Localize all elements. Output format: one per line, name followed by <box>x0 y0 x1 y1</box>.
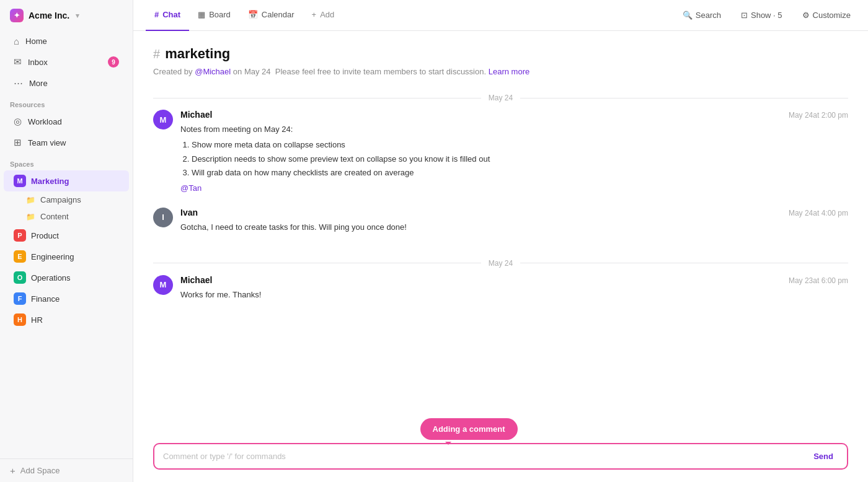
message-header-2: Ivan May 24at 4:00 pm <box>180 208 848 217</box>
space-label: Finance <box>31 294 60 304</box>
gear-icon: ⚙ <box>802 11 810 20</box>
space-label: HR <box>31 315 43 325</box>
message-header-1: Michael May 24at 2:00 pm <box>180 110 848 120</box>
msg-intro: Notes from meeting on May 24: <box>180 125 293 134</box>
sub-label: Content <box>40 212 69 221</box>
message-time-3: May 23at 6:00 pm <box>789 276 848 285</box>
chat-title: # marketing <box>153 46 848 62</box>
show-button[interactable]: ⊡ Show · 5 <box>736 7 787 23</box>
sidebar-item-marketing[interactable]: M Marketing <box>4 170 129 191</box>
sidebar-item-workload[interactable]: ◎ Workload <box>4 111 129 132</box>
sidebar-nav-label: Team view <box>28 138 66 147</box>
sidebar-nav-label: More <box>29 79 48 88</box>
sidebar-item-content[interactable]: 📁 Content <box>4 208 129 225</box>
date-divider-1: May 24 <box>153 94 848 102</box>
channel-hash-icon: # <box>153 47 160 61</box>
add-space-button[interactable]: + Add Space <box>0 458 133 482</box>
search-label: Search <box>696 11 721 20</box>
sidebar-item-product[interactable]: P Product <box>4 225 129 246</box>
tab-add[interactable]: + Add <box>303 0 343 31</box>
board-icon: ▦ <box>198 10 205 19</box>
engineering-avatar: E <box>14 250 26 263</box>
app-logo[interactable]: ✦ Acme Inc. ▾ <box>0 0 133 31</box>
subtitle-text: Please feel free to invite team members … <box>275 67 486 76</box>
composer-box: Send <box>153 443 848 470</box>
list-item: Show more meta data on collapse sections <box>192 139 848 152</box>
mention-tan[interactable]: @Tan <box>180 183 202 193</box>
message-3: M Michael May 23at 6:00 pm Works for me.… <box>153 275 848 302</box>
logo-icon: ✦ <box>10 9 24 22</box>
message-content-3: Michael May 23at 6:00 pm Works for me. T… <box>180 275 848 302</box>
search-icon: 🔍 <box>683 11 693 20</box>
hr-avatar: H <box>14 313 26 326</box>
send-button[interactable]: Send <box>808 450 838 462</box>
message-author-2: Ivan <box>180 208 198 217</box>
sidebar-item-engineering[interactable]: E Engineering <box>4 246 129 267</box>
workload-icon: ◎ <box>14 116 22 127</box>
msg-text-body: Gotcha, I need to create tasks for this.… <box>180 222 407 232</box>
sidebar-item-inbox[interactable]: ✉ Inbox 9 <box>4 51 129 72</box>
tab-calendar[interactable]: 📅 Calendar <box>239 0 303 31</box>
resources-label: Resources <box>0 94 133 111</box>
sidebar: ✦ Acme Inc. ▾ ⌂ Home ✉ Inbox 9 ⋯ More Re… <box>0 0 133 482</box>
message-time-1: May 24at 2:00 pm <box>789 111 848 120</box>
comment-input[interactable] <box>163 452 808 461</box>
plus-icon: + <box>312 10 317 19</box>
message-time-2: May 24at 4:00 pm <box>789 209 848 217</box>
sub-label: Campaigns <box>40 195 81 204</box>
chat-area: # marketing Created by @Michael on May 2… <box>133 31 868 433</box>
customize-button[interactable]: ⚙ Customize <box>797 7 856 23</box>
tab-label: Add <box>320 10 334 19</box>
folder-icon: 📁 <box>26 213 35 221</box>
team-view-icon: ⊞ <box>14 137 22 148</box>
learn-more-link[interactable]: Learn more <box>489 67 529 76</box>
message-content-2: Ivan May 24at 4:00 pm Gotcha, I need to … <box>180 208 848 234</box>
sidebar-item-finance[interactable]: F Finance <box>4 288 129 309</box>
calendar-icon: 📅 <box>248 10 258 19</box>
composer-wrapper: Send Adding a comment <box>133 433 868 482</box>
tab-label: Chat <box>162 10 180 19</box>
message-body-1: Notes from meeting on May 24: Show more … <box>180 123 848 195</box>
sidebar-nav-label: Home <box>25 37 47 46</box>
sidebar-item-campaigns[interactable]: 📁 Campaigns <box>4 191 129 208</box>
home-icon: ⌂ <box>14 36 19 46</box>
channel-name: marketing <box>165 46 230 62</box>
show-icon: ⊡ <box>741 11 748 20</box>
operations-avatar: O <box>14 271 26 284</box>
avatar-michael-1: M <box>153 110 173 129</box>
sidebar-item-hr[interactable]: H HR <box>4 309 129 330</box>
product-avatar: P <box>14 229 26 242</box>
created-date: May 24 <box>244 67 271 76</box>
message-body-3: Works for me. Thanks! <box>180 289 848 302</box>
chat-header: # marketing Created by @Michael on May 2… <box>153 46 848 76</box>
tab-chat[interactable]: # Chat <box>146 0 189 31</box>
space-label: Operations <box>31 273 71 283</box>
search-button[interactable]: 🔍 Search <box>678 7 726 23</box>
main-content: # Chat ▦ Board 📅 Calendar + Add 🔍 Search… <box>133 0 868 482</box>
msg-list: Show more meta data on collapse sections… <box>180 139 848 180</box>
spaces-label: Spaces <box>0 153 133 170</box>
message-2: I Ivan May 24at 4:00 pm Gotcha, I need t… <box>153 208 848 234</box>
list-item: Will grab data on how many checklists ar… <box>192 167 848 180</box>
topbar: # Chat ▦ Board 📅 Calendar + Add 🔍 Search… <box>133 0 868 31</box>
message-author-1: Michael <box>180 110 212 120</box>
creator-link[interactable]: @Michael <box>195 67 231 76</box>
add-space-label: Add Space <box>20 466 60 475</box>
show-label: Show · 5 <box>751 11 782 20</box>
message-header-3: Michael May 23at 6:00 pm <box>180 275 848 285</box>
more-icon: ⋯ <box>14 77 23 89</box>
message-content-1: Michael May 24at 2:00 pm Notes from meet… <box>180 110 848 195</box>
sidebar-item-operations[interactable]: O Operations <box>4 267 129 288</box>
topbar-actions: 🔍 Search ⊡ Show · 5 ⚙ Customize <box>678 7 856 23</box>
tab-board[interactable]: ▦ Board <box>189 0 239 31</box>
app-name: Acme Inc. <box>29 11 69 20</box>
sidebar-item-team-view[interactable]: ⊞ Team view <box>4 132 129 153</box>
sidebar-item-home[interactable]: ⌂ Home <box>4 31 129 51</box>
sidebar-item-more[interactable]: ⋯ More <box>4 72 129 94</box>
adding-comment-tooltip: Adding a comment <box>420 418 518 440</box>
space-label: Marketing <box>31 177 69 186</box>
sidebar-nav-label: Inbox <box>28 58 48 67</box>
msg-text-body: Works for me. Thanks! <box>180 290 261 299</box>
date-label: May 24 <box>489 94 513 102</box>
customize-label: Customize <box>813 11 851 20</box>
